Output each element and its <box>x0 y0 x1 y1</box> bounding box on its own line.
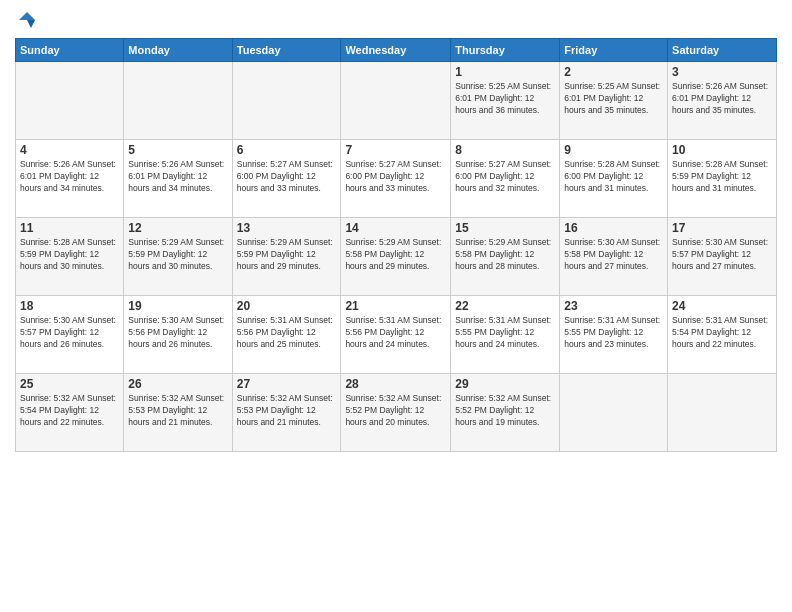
day-header-sunday: Sunday <box>16 39 124 62</box>
day-header-monday: Monday <box>124 39 232 62</box>
day-info: Sunrise: 5:27 AM Sunset: 6:00 PM Dayligh… <box>455 159 555 195</box>
day-header-friday: Friday <box>560 39 668 62</box>
day-number: 25 <box>20 377 119 391</box>
calendar-cell <box>16 62 124 140</box>
calendar-cell: 29Sunrise: 5:32 AM Sunset: 5:52 PM Dayli… <box>451 374 560 452</box>
day-header-thursday: Thursday <box>451 39 560 62</box>
day-info: Sunrise: 5:31 AM Sunset: 5:55 PM Dayligh… <box>455 315 555 351</box>
day-number: 20 <box>237 299 337 313</box>
calendar-cell: 8Sunrise: 5:27 AM Sunset: 6:00 PM Daylig… <box>451 140 560 218</box>
calendar-cell: 6Sunrise: 5:27 AM Sunset: 6:00 PM Daylig… <box>232 140 341 218</box>
calendar-cell: 25Sunrise: 5:32 AM Sunset: 5:54 PM Dayli… <box>16 374 124 452</box>
calendar-cell: 24Sunrise: 5:31 AM Sunset: 5:54 PM Dayli… <box>668 296 777 374</box>
day-number: 27 <box>237 377 337 391</box>
day-info: Sunrise: 5:29 AM Sunset: 5:58 PM Dayligh… <box>345 237 446 273</box>
day-number: 12 <box>128 221 227 235</box>
calendar-cell: 17Sunrise: 5:30 AM Sunset: 5:57 PM Dayli… <box>668 218 777 296</box>
day-info: Sunrise: 5:32 AM Sunset: 5:52 PM Dayligh… <box>455 393 555 429</box>
day-number: 7 <box>345 143 446 157</box>
day-info: Sunrise: 5:30 AM Sunset: 5:57 PM Dayligh… <box>672 237 772 273</box>
calendar-cell: 2Sunrise: 5:25 AM Sunset: 6:01 PM Daylig… <box>560 62 668 140</box>
day-info: Sunrise: 5:27 AM Sunset: 6:00 PM Dayligh… <box>237 159 337 195</box>
day-info: Sunrise: 5:26 AM Sunset: 6:01 PM Dayligh… <box>20 159 119 195</box>
day-number: 6 <box>237 143 337 157</box>
day-info: Sunrise: 5:28 AM Sunset: 5:59 PM Dayligh… <box>672 159 772 195</box>
day-number: 16 <box>564 221 663 235</box>
day-number: 2 <box>564 65 663 79</box>
day-info: Sunrise: 5:30 AM Sunset: 5:56 PM Dayligh… <box>128 315 227 351</box>
day-number: 26 <box>128 377 227 391</box>
day-number: 28 <box>345 377 446 391</box>
day-header-saturday: Saturday <box>668 39 777 62</box>
day-number: 19 <box>128 299 227 313</box>
calendar-cell: 7Sunrise: 5:27 AM Sunset: 6:00 PM Daylig… <box>341 140 451 218</box>
day-info: Sunrise: 5:31 AM Sunset: 5:56 PM Dayligh… <box>345 315 446 351</box>
day-info: Sunrise: 5:29 AM Sunset: 5:58 PM Dayligh… <box>455 237 555 273</box>
calendar-cell: 22Sunrise: 5:31 AM Sunset: 5:55 PM Dayli… <box>451 296 560 374</box>
calendar-cell <box>341 62 451 140</box>
day-info: Sunrise: 5:31 AM Sunset: 5:56 PM Dayligh… <box>237 315 337 351</box>
day-info: Sunrise: 5:28 AM Sunset: 5:59 PM Dayligh… <box>20 237 119 273</box>
calendar-cell: 23Sunrise: 5:31 AM Sunset: 5:55 PM Dayli… <box>560 296 668 374</box>
calendar-cell <box>232 62 341 140</box>
day-info: Sunrise: 5:30 AM Sunset: 5:57 PM Dayligh… <box>20 315 119 351</box>
calendar-cell: 14Sunrise: 5:29 AM Sunset: 5:58 PM Dayli… <box>341 218 451 296</box>
svg-marker-1 <box>27 20 35 28</box>
day-info: Sunrise: 5:29 AM Sunset: 5:59 PM Dayligh… <box>128 237 227 273</box>
day-number: 5 <box>128 143 227 157</box>
day-info: Sunrise: 5:31 AM Sunset: 5:54 PM Dayligh… <box>672 315 772 351</box>
day-number: 23 <box>564 299 663 313</box>
calendar-cell: 27Sunrise: 5:32 AM Sunset: 5:53 PM Dayli… <box>232 374 341 452</box>
calendar-table: SundayMondayTuesdayWednesdayThursdayFrid… <box>15 38 777 452</box>
calendar-cell: 20Sunrise: 5:31 AM Sunset: 5:56 PM Dayli… <box>232 296 341 374</box>
day-info: Sunrise: 5:32 AM Sunset: 5:53 PM Dayligh… <box>237 393 337 429</box>
day-number: 11 <box>20 221 119 235</box>
day-info: Sunrise: 5:28 AM Sunset: 6:00 PM Dayligh… <box>564 159 663 195</box>
calendar-week-row: 18Sunrise: 5:30 AM Sunset: 5:57 PM Dayli… <box>16 296 777 374</box>
day-info: Sunrise: 5:32 AM Sunset: 5:52 PM Dayligh… <box>345 393 446 429</box>
day-number: 17 <box>672 221 772 235</box>
calendar-cell: 21Sunrise: 5:31 AM Sunset: 5:56 PM Dayli… <box>341 296 451 374</box>
calendar-cell <box>124 62 232 140</box>
calendar-cell: 9Sunrise: 5:28 AM Sunset: 6:00 PM Daylig… <box>560 140 668 218</box>
svg-marker-0 <box>19 12 35 20</box>
calendar-cell: 19Sunrise: 5:30 AM Sunset: 5:56 PM Dayli… <box>124 296 232 374</box>
day-number: 22 <box>455 299 555 313</box>
header <box>15 10 777 30</box>
day-number: 9 <box>564 143 663 157</box>
calendar-cell: 16Sunrise: 5:30 AM Sunset: 5:58 PM Dayli… <box>560 218 668 296</box>
day-number: 14 <box>345 221 446 235</box>
calendar-cell <box>668 374 777 452</box>
day-number: 15 <box>455 221 555 235</box>
day-number: 24 <box>672 299 772 313</box>
day-info: Sunrise: 5:31 AM Sunset: 5:55 PM Dayligh… <box>564 315 663 351</box>
calendar-cell: 4Sunrise: 5:26 AM Sunset: 6:01 PM Daylig… <box>16 140 124 218</box>
day-number: 18 <box>20 299 119 313</box>
calendar-cell: 1Sunrise: 5:25 AM Sunset: 6:01 PM Daylig… <box>451 62 560 140</box>
page-container: SundayMondayTuesdayWednesdayThursdayFrid… <box>0 0 792 462</box>
calendar-week-row: 4Sunrise: 5:26 AM Sunset: 6:01 PM Daylig… <box>16 140 777 218</box>
calendar-header-row: SundayMondayTuesdayWednesdayThursdayFrid… <box>16 39 777 62</box>
logo <box>15 10 37 30</box>
day-header-tuesday: Tuesday <box>232 39 341 62</box>
day-info: Sunrise: 5:29 AM Sunset: 5:59 PM Dayligh… <box>237 237 337 273</box>
logo-icon <box>17 10 37 30</box>
day-info: Sunrise: 5:26 AM Sunset: 6:01 PM Dayligh… <box>128 159 227 195</box>
calendar-cell: 13Sunrise: 5:29 AM Sunset: 5:59 PM Dayli… <box>232 218 341 296</box>
day-info: Sunrise: 5:30 AM Sunset: 5:58 PM Dayligh… <box>564 237 663 273</box>
day-number: 13 <box>237 221 337 235</box>
day-info: Sunrise: 5:32 AM Sunset: 5:54 PM Dayligh… <box>20 393 119 429</box>
day-number: 1 <box>455 65 555 79</box>
day-header-wednesday: Wednesday <box>341 39 451 62</box>
calendar-week-row: 1Sunrise: 5:25 AM Sunset: 6:01 PM Daylig… <box>16 62 777 140</box>
day-info: Sunrise: 5:26 AM Sunset: 6:01 PM Dayligh… <box>672 81 772 117</box>
calendar-cell: 28Sunrise: 5:32 AM Sunset: 5:52 PM Dayli… <box>341 374 451 452</box>
day-info: Sunrise: 5:25 AM Sunset: 6:01 PM Dayligh… <box>564 81 663 117</box>
calendar-cell: 15Sunrise: 5:29 AM Sunset: 5:58 PM Dayli… <box>451 218 560 296</box>
day-number: 8 <box>455 143 555 157</box>
day-info: Sunrise: 5:25 AM Sunset: 6:01 PM Dayligh… <box>455 81 555 117</box>
calendar-cell: 26Sunrise: 5:32 AM Sunset: 5:53 PM Dayli… <box>124 374 232 452</box>
calendar-cell <box>560 374 668 452</box>
calendar-week-row: 25Sunrise: 5:32 AM Sunset: 5:54 PM Dayli… <box>16 374 777 452</box>
day-number: 21 <box>345 299 446 313</box>
